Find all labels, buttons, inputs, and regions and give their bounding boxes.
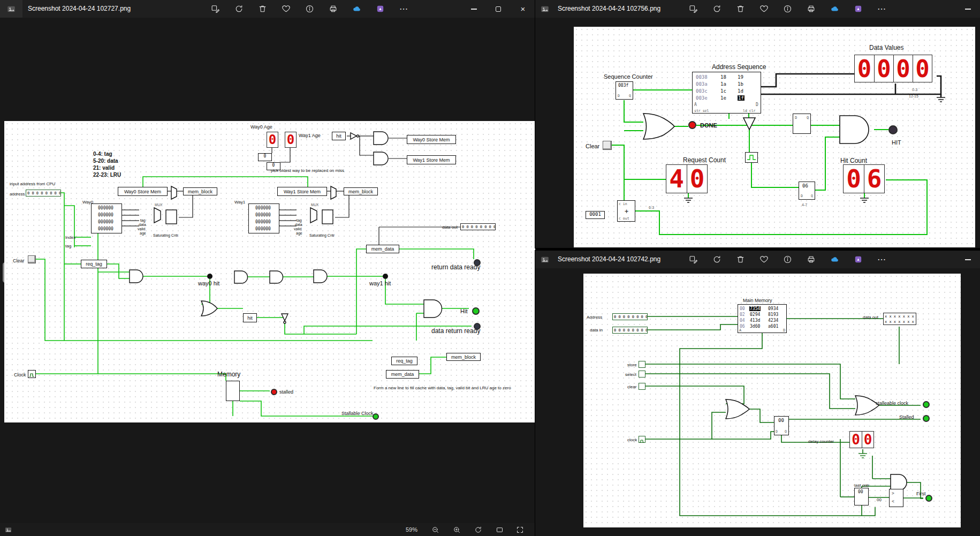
- maximize-button[interactable]: [486, 0, 511, 18]
- designer-icon[interactable]: [375, 4, 385, 14]
- fit-to-window-icon[interactable]: [496, 523, 504, 536]
- rotate-icon[interactable]: [474, 523, 482, 536]
- titlebar[interactable]: Screenshot 2024-04-24 102756.png ⋯: [535, 0, 980, 18]
- print-icon[interactable]: [806, 4, 816, 14]
- legend-line-2: 5-20: data: [93, 158, 118, 164]
- hit-count-display: 06: [843, 164, 885, 193]
- ram-row: 000000: [98, 227, 113, 231]
- mem-data-box-1: mem_data: [366, 245, 399, 253]
- rotate-icon[interactable]: [234, 4, 244, 14]
- ram-row: 000000: [255, 227, 271, 231]
- last-cntr-register: 00: [854, 488, 869, 505]
- delay-register: 00 D Q: [774, 416, 789, 435]
- fullscreen-icon[interactable]: [516, 523, 524, 536]
- onedrive-icon[interactable]: [830, 4, 839, 14]
- legend-line-1: 0-4: tag: [93, 151, 112, 157]
- minimize-button[interactable]: [955, 0, 980, 18]
- mem-block-box-3: mem_block: [446, 353, 481, 361]
- address-input-pin: 0 0 0 0 0 0 0 0: [26, 190, 61, 197]
- onedrive-icon[interactable]: [830, 255, 839, 265]
- photo-main-memory-circuit[interactable]: Main Memory 00 02 04 06 7354 0294 413d 3…: [583, 274, 961, 527]
- clear-label: Clear: [13, 258, 25, 263]
- titlebar[interactable]: Screenshot 2024-04-24 102742.png ⋯: [535, 251, 980, 268]
- info-icon[interactable]: [305, 4, 314, 14]
- hit-subcircuit-box: hit: [332, 132, 346, 140]
- way1-label: Way1: [234, 200, 245, 205]
- titlebar[interactable]: Screenshot 2024-04-24 102727.png ⋯ ×: [0, 0, 535, 18]
- main-memory-label: Main Memory: [743, 298, 772, 303]
- port-q: Q: [629, 94, 631, 98]
- port-d: D: [776, 429, 778, 434]
- close-button[interactable]: ×: [511, 0, 535, 18]
- input-address-note: input address from CPU: [10, 182, 55, 186]
- zoom-in-icon[interactable]: [453, 523, 461, 536]
- sequence-counter: 003f D Q: [616, 81, 633, 100]
- favorite-icon[interactable]: [759, 4, 769, 14]
- ram-row: 000000: [98, 206, 113, 210]
- favorite-icon[interactable]: [281, 4, 291, 14]
- favorite-icon[interactable]: [759, 255, 769, 265]
- minimize-button[interactable]: [461, 0, 486, 18]
- data-in-pin: 0 0 0 0 0 0 0 0: [612, 327, 648, 334]
- ram-cell: 4234: [768, 318, 778, 323]
- adder-plus: +: [625, 208, 628, 215]
- photos-app-icon[interactable]: [535, 0, 554, 18]
- photo-test-circuit[interactable]: Data Values 0000 0-3 12-15 Address Seque…: [574, 27, 975, 247]
- zoom-level[interactable]: 59%: [406, 523, 417, 536]
- first-label: First: [916, 491, 926, 496]
- index-label: index: [65, 235, 75, 240]
- saturating-cntr-label-1: Saturating Cntr: [309, 233, 335, 238]
- ram-row: 000000: [255, 220, 271, 224]
- photo-cache-circuit[interactable]: Way0 Age 0 0 Way1 Age 0 0 hit Way0 Store…: [4, 121, 535, 422]
- memory-label: Memory: [217, 371, 240, 379]
- rom-cell-selected: 1f: [738, 95, 745, 101]
- designer-icon[interactable]: [853, 255, 863, 265]
- more-icon[interactable]: ⋯: [877, 255, 886, 265]
- return-data-ready-label: return data ready: [431, 264, 480, 271]
- done-led: [688, 121, 696, 129]
- rom-ctrl-labels: ld clr: [743, 109, 755, 113]
- rom-addr: 003a: [696, 81, 708, 87]
- onedrive-icon[interactable]: [352, 4, 361, 14]
- field-data-label: data: [295, 223, 302, 227]
- request-count-label: Request Count: [683, 157, 726, 164]
- print-icon[interactable]: [328, 4, 338, 14]
- zoom-out-icon[interactable]: [431, 523, 439, 536]
- photos-app-icon[interactable]: [0, 0, 22, 18]
- ram-row: 000000: [255, 206, 271, 210]
- rotate-icon[interactable]: [712, 4, 721, 14]
- minimize-button[interactable]: [955, 251, 980, 268]
- photos-app-icon[interactable]: [535, 251, 554, 268]
- print-icon[interactable]: [806, 255, 816, 265]
- designer-icon[interactable]: [853, 4, 863, 14]
- more-icon[interactable]: ⋯: [877, 4, 886, 14]
- photos-app-icon-small[interactable]: [4, 523, 12, 536]
- delete-icon[interactable]: [735, 4, 745, 14]
- info-icon[interactable]: [783, 255, 792, 265]
- data-out-label: data out: [863, 315, 878, 320]
- age-counter-0: 0: [258, 153, 272, 161]
- stallable-clock-led: [373, 413, 379, 420]
- rotate-icon[interactable]: [712, 255, 721, 265]
- stalleable-clock-led: [923, 401, 930, 408]
- rom-ctrl-labels: str sel: [694, 109, 709, 113]
- edit-image-icon[interactable]: [688, 4, 698, 14]
- edit-image-icon[interactable]: [210, 4, 220, 14]
- way0-store-mem-box: Way0 Store Mem: [118, 187, 168, 196]
- way0-hit-junction: [207, 274, 212, 279]
- flipflop: D Q: [793, 114, 811, 134]
- ram-row: 000000: [98, 213, 113, 217]
- rom-addr: 003e: [696, 95, 708, 101]
- adder: c in + c out: [617, 200, 635, 222]
- photos-window-102742: Screenshot 2024-04-24 102742.png ⋯: [535, 251, 980, 536]
- seven-seg-digit: 6: [864, 165, 884, 193]
- info-icon[interactable]: [783, 4, 792, 14]
- more-icon[interactable]: ⋯: [399, 4, 408, 14]
- delete-icon[interactable]: [257, 4, 267, 14]
- delete-icon[interactable]: [735, 255, 745, 265]
- field-tag-label: tag: [297, 218, 302, 223]
- adder-constant: 0001: [586, 211, 605, 219]
- edge-detector: [745, 152, 758, 163]
- edit-image-icon[interactable]: [688, 255, 698, 265]
- rom-cell: 1e: [720, 95, 726, 101]
